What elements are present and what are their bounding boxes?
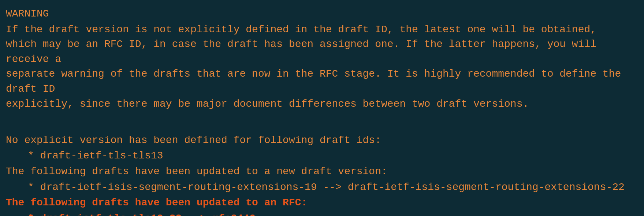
warning-line-3: separate warning of the drafts that are …	[6, 67, 638, 96]
terminal-window: WARNING If the draft version is not expl…	[6, 7, 638, 216]
section-1-label: No explicit version has been defined for…	[6, 133, 638, 148]
section-3-label: The following drafts have been updated t…	[6, 195, 638, 210]
warning-label: WARNING	[6, 7, 638, 22]
section-2-label: The following drafts have been updated t…	[6, 164, 638, 179]
warning-line-1: If the draft version is not explicitly d…	[6, 22, 638, 37]
warning-text-block: If the draft version is not explicitly d…	[6, 22, 638, 112]
section-3-item-1: * draft-ietf-tls-tls13-22 --> rfc8446	[6, 211, 638, 216]
warning-line-4: explicitly, since there may be major doc…	[6, 97, 638, 112]
section-1-item-1: * draft-ietf-tls-tls13	[6, 149, 638, 164]
blank-line-1	[6, 118, 638, 133]
warning-line-2: which may be an RFC ID, in case the draf…	[6, 37, 638, 67]
section-2-item-1: * draft-ietf-isis-segment-routing-extens…	[6, 180, 638, 195]
